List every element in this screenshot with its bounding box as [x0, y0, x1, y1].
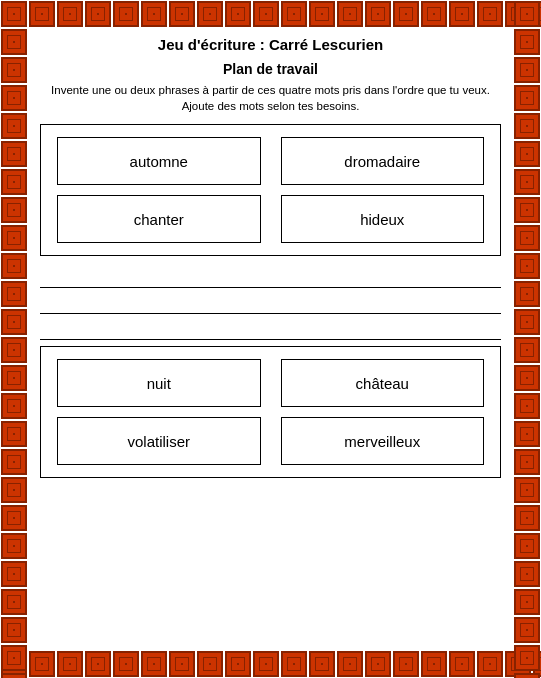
border-brick — [225, 651, 251, 677]
border-brick — [113, 1, 139, 27]
border-brick — [1, 225, 27, 251]
border-brick — [1, 113, 27, 139]
border-brick — [505, 651, 531, 677]
border-brick — [85, 1, 111, 27]
border-brick — [29, 1, 55, 27]
border-brick — [225, 1, 251, 27]
border-brick — [514, 85, 540, 111]
border-brick — [1, 1, 27, 27]
border-brick — [197, 651, 223, 677]
border-brick — [449, 1, 475, 27]
word-box-hideux: hideux — [281, 195, 485, 243]
border-brick — [505, 1, 531, 27]
border-brick — [1, 673, 27, 678]
border-brick — [1, 141, 27, 167]
border-brick — [514, 533, 540, 559]
border-brick — [533, 1, 541, 27]
border-brick — [1, 85, 27, 111]
border-brick — [281, 1, 307, 27]
border-brick — [514, 365, 540, 391]
border-brick — [514, 645, 540, 671]
border-brick — [1, 253, 27, 279]
border-brick — [514, 617, 540, 643]
border-brick — [1, 197, 27, 223]
border-brick — [514, 57, 540, 83]
border-brick — [1, 309, 27, 335]
border-brick — [421, 1, 447, 27]
word-box-automne: automne — [57, 137, 261, 185]
border-brick — [514, 169, 540, 195]
border-brick — [57, 651, 83, 677]
word-box-chateau: château — [281, 359, 485, 407]
border-brick — [365, 651, 391, 677]
border-brick — [533, 651, 541, 677]
border-brick — [281, 651, 307, 677]
border-brick — [514, 673, 540, 678]
border-brick — [1, 393, 27, 419]
border-brick — [1, 29, 27, 55]
border-brick — [1, 505, 27, 531]
border-brick — [1, 421, 27, 447]
border-brick — [514, 505, 540, 531]
border-brick — [514, 281, 540, 307]
border-brick — [365, 1, 391, 27]
writing-lines — [40, 266, 501, 340]
border-brick — [169, 1, 195, 27]
border-brick — [514, 449, 540, 475]
border-brick — [1, 533, 27, 559]
border-brick — [1, 589, 27, 615]
border-brick — [449, 651, 475, 677]
border-brick — [514, 197, 540, 223]
word-grid-2: nuit château volatiliser merveilleux — [40, 346, 501, 478]
border-brick — [421, 651, 447, 677]
border-brick — [85, 651, 111, 677]
border-brick — [393, 1, 419, 27]
border-brick — [514, 29, 540, 55]
border-brick — [1, 651, 27, 677]
writing-line-1[interactable] — [40, 266, 501, 288]
border-brick — [253, 651, 279, 677]
border-brick — [337, 651, 363, 677]
border-brick — [514, 225, 540, 251]
border-brick — [514, 253, 540, 279]
border-brick — [514, 393, 540, 419]
border-brick — [477, 651, 503, 677]
border-brick — [514, 561, 540, 587]
word-grid-1: automne dromadaire chanter hideux — [40, 124, 501, 256]
border-brick — [29, 651, 55, 677]
border-brick — [514, 421, 540, 447]
word-box-volatiliser: volatiliser — [57, 417, 261, 465]
border-brick — [1, 617, 27, 643]
border-brick — [514, 477, 540, 503]
word-grid-2-inner: nuit château volatiliser merveilleux — [57, 359, 484, 465]
writing-line-2[interactable] — [40, 292, 501, 314]
writing-line-3[interactable] — [40, 318, 501, 340]
border-brick — [1, 449, 27, 475]
instruction-text: Invente une ou deux phrases à partir de … — [40, 82, 501, 114]
border-brick — [197, 1, 223, 27]
border-brick — [1, 1, 27, 27]
border-brick — [514, 141, 540, 167]
page-title: Jeu d'écriture : Carré Lescurien — [40, 36, 501, 53]
border-brick — [393, 651, 419, 677]
border-brick — [1, 337, 27, 363]
word-box-dromadaire: dromadaire — [281, 137, 485, 185]
border-brick — [113, 651, 139, 677]
border-brick — [337, 1, 363, 27]
border-brick — [309, 1, 335, 27]
word-box-chanter: chanter — [57, 195, 261, 243]
border-brick — [1, 365, 27, 391]
border-brick — [1, 281, 27, 307]
border-brick — [1, 169, 27, 195]
border-brick — [1, 57, 27, 83]
border-brick — [1, 645, 27, 671]
border-brick — [1, 477, 27, 503]
border-brick — [514, 589, 540, 615]
border-brick — [514, 309, 540, 335]
border-brick — [1, 561, 27, 587]
border-brick — [309, 651, 335, 677]
section-title: Plan de travail — [40, 61, 501, 77]
border-brick — [253, 1, 279, 27]
border-brick — [514, 337, 540, 363]
border-brick — [57, 1, 83, 27]
